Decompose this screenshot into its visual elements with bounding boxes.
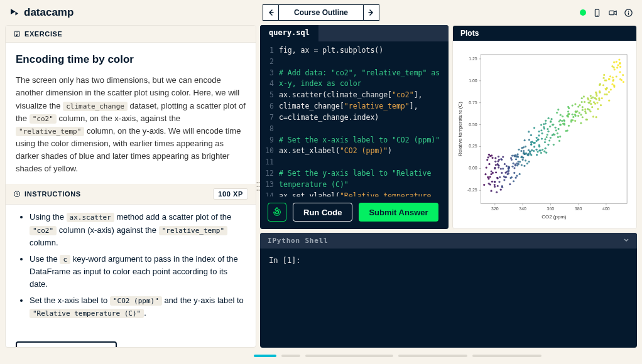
svg-point-317 <box>597 108 599 110</box>
instructions-section-label: INSTRUCTIONS <box>24 190 81 198</box>
progress-segment[interactable] <box>398 355 467 357</box>
svg-point-72 <box>497 178 499 179</box>
svg-point-101 <box>509 183 511 185</box>
svg-point-266 <box>572 116 574 118</box>
svg-point-69 <box>497 185 499 187</box>
next-exercise-button[interactable] <box>363 4 379 21</box>
svg-point-162 <box>525 159 526 161</box>
svg-point-262 <box>568 125 570 127</box>
inline-code: "co2" <box>30 226 57 235</box>
take-hint-button[interactable]: Take Hint (-30 XP) <box>16 341 117 348</box>
line-number: 10 <box>260 146 279 157</box>
code-line: 11 <box>260 157 449 168</box>
video-icon[interactable] <box>608 8 618 18</box>
svg-point-235 <box>558 140 560 142</box>
mobile-icon[interactable] <box>592 8 602 18</box>
prev-exercise-button[interactable] <box>263 4 279 21</box>
progress-segment[interactable] <box>305 355 393 357</box>
submit-answer-button[interactable]: Submit Answer <box>359 203 438 222</box>
instructions-body: Using the ax.scatter method add a scatte… <box>6 205 256 332</box>
svg-point-198 <box>545 122 547 124</box>
svg-point-70 <box>494 186 496 188</box>
svg-point-217 <box>546 136 548 138</box>
svg-point-272 <box>577 115 579 117</box>
svg-point-79 <box>502 156 504 158</box>
svg-point-298 <box>587 102 589 104</box>
svg-point-137 <box>519 173 521 175</box>
code-editor[interactable]: 1fig, ax = plt.subplots()2 3# Add data: … <box>260 41 449 196</box>
svg-point-215 <box>548 117 550 119</box>
progress-segment[interactable] <box>281 355 300 357</box>
progress-bar <box>0 351 642 360</box>
code-text <box>279 124 449 135</box>
instructions-icon <box>13 190 21 198</box>
svg-point-54 <box>488 154 490 156</box>
code-text: x-y, index as color <box>279 78 449 90</box>
svg-point-222 <box>552 134 553 136</box>
panel-resize-handle[interactable] <box>256 175 260 198</box>
svg-point-225 <box>552 124 553 126</box>
svg-point-352 <box>616 61 618 63</box>
svg-text:380: 380 <box>575 206 582 211</box>
svg-point-359 <box>623 81 624 83</box>
svg-point-48 <box>488 163 490 165</box>
course-outline-button[interactable]: Course Outline <box>279 4 363 21</box>
svg-point-174 <box>533 150 535 152</box>
svg-point-278 <box>577 105 579 107</box>
svg-point-124 <box>509 177 511 179</box>
code-line: 5ax.scatter(climate_change["co2"], <box>260 90 449 101</box>
editor-tab[interactable]: query.sql <box>260 25 318 41</box>
svg-point-270 <box>572 119 574 121</box>
svg-point-338 <box>613 85 615 87</box>
svg-point-169 <box>530 134 532 136</box>
code-line: 7c=climate_change.index) <box>260 112 449 124</box>
svg-point-239 <box>558 120 560 122</box>
svg-point-98 <box>503 176 505 178</box>
exercise-header: EXERCISE <box>6 26 256 43</box>
svg-point-256 <box>568 107 570 109</box>
code-text: ax.set_ylabel("Relative temperature <box>279 191 449 196</box>
svg-point-139 <box>520 150 522 152</box>
svg-point-73 <box>500 189 502 191</box>
run-code-button[interactable]: Run Code <box>293 203 352 222</box>
svg-point-318 <box>600 104 602 106</box>
code-text: ax.scatter(climate_change["co2"], <box>279 90 449 101</box>
svg-point-283 <box>579 104 580 106</box>
svg-point-50 <box>491 157 493 159</box>
svg-point-289 <box>587 108 589 110</box>
progress-segment[interactable] <box>254 355 276 357</box>
svg-point-161 <box>527 153 529 155</box>
svg-point-53 <box>486 159 488 161</box>
code-text: fig, ax = plt.subplots() <box>279 45 449 56</box>
svg-point-271 <box>572 104 574 106</box>
svg-point-308 <box>595 92 597 94</box>
svg-point-176 <box>535 149 537 151</box>
svg-point-218 <box>548 139 550 141</box>
svg-point-292 <box>586 119 588 120</box>
svg-point-186 <box>538 131 540 132</box>
svg-point-274 <box>580 114 582 115</box>
svg-point-230 <box>557 132 558 134</box>
reset-code-button[interactable] <box>268 203 286 222</box>
svg-point-208 <box>545 152 547 154</box>
shell-header[interactable]: IPython Shell <box>260 233 637 249</box>
svg-point-327 <box>599 90 601 92</box>
svg-point-306 <box>589 100 591 102</box>
svg-point-157 <box>524 139 526 141</box>
run-code-label: Run Code <box>303 208 342 217</box>
exercise-icon <box>13 30 21 38</box>
svg-point-10 <box>257 186 258 187</box>
svg-point-330 <box>605 88 607 90</box>
right-panel: query.sql 1fig, ax = plt.subplots()2 3# … <box>260 25 637 348</box>
info-icon[interactable] <box>624 8 633 18</box>
brand-logo[interactable]: datacamp <box>9 6 73 19</box>
svg-text:1.25: 1.25 <box>469 56 477 61</box>
shell-body[interactable]: In [1]: <box>260 249 637 348</box>
svg-point-12 <box>257 190 258 191</box>
svg-point-146 <box>522 159 524 161</box>
svg-point-206 <box>540 152 542 154</box>
svg-point-75 <box>494 181 496 183</box>
svg-point-111 <box>511 159 513 161</box>
progress-segment[interactable] <box>472 355 541 357</box>
svg-point-216 <box>550 137 552 139</box>
